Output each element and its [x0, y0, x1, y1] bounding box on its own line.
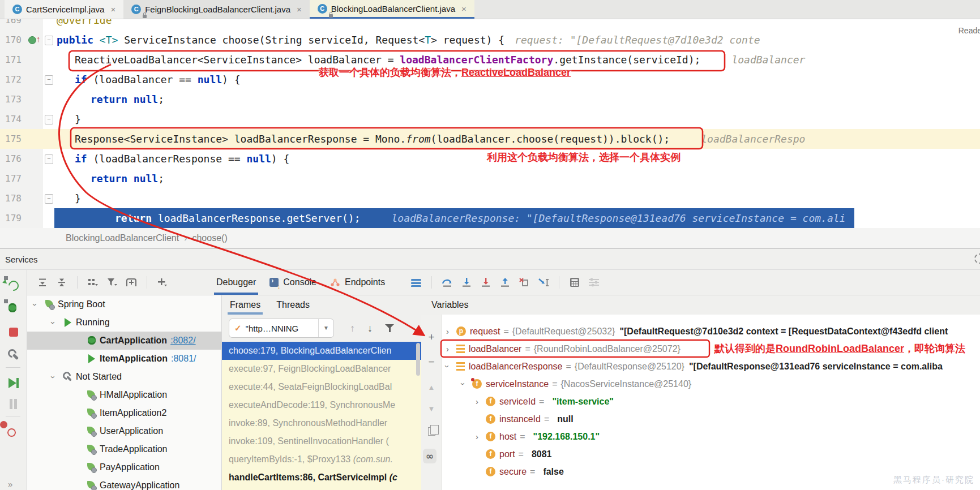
fold-marker[interactable] [43, 30, 54, 50]
drop-frame-button[interactable] [516, 275, 533, 290]
variable-row[interactable]: instanceId = null [421, 410, 980, 428]
gutter-icons[interactable] [26, 208, 43, 228]
chevron-down-icon[interactable]: ▼ [318, 319, 333, 337]
fold-marker[interactable] [43, 129, 54, 149]
fold-marker[interactable] [43, 109, 54, 129]
code-line[interactable]: 173 return null; [0, 89, 980, 109]
gutter-icons[interactable] [26, 109, 43, 129]
previous-frame-button[interactable]: ↑ [350, 323, 355, 334]
tree-row[interactable]: UserApplication [27, 422, 221, 440]
chevron-down-icon[interactable] [32, 300, 44, 310]
frames-list[interactable]: choose:179, BlockingLoadBalancerClien ex… [222, 342, 421, 490]
gutter-icons[interactable] [26, 30, 43, 50]
editor-tab[interactable]: C CartServiceImpl.java × [5, 0, 123, 19]
port-link[interactable]: :8081/ [171, 354, 196, 364]
move-watch-down-button[interactable]: ▼ [425, 402, 438, 415]
add-watch-button[interactable]: + [425, 330, 438, 344]
variable-row[interactable]: host = "192.168.150.1" [421, 428, 980, 445]
stack-frame-row[interactable]: executeAndDecode:119, SynchronousMe [222, 396, 421, 414]
chevron-icon[interactable] [444, 326, 456, 336]
group-by-button[interactable] [84, 275, 101, 290]
stack-frame-row[interactable]: handleCartItems:86, CartServiceImpl (c [222, 468, 421, 487]
variable-row[interactable]: serviceInstance = {NacosServiceInstance@… [421, 375, 980, 393]
fold-marker[interactable] [43, 149, 54, 169]
variable-row[interactable]: request = {DefaultRequest@25032} "[Defau… [421, 323, 980, 340]
chevron-icon[interactable] [473, 397, 486, 406]
code-line[interactable]: 169 @Override [0, 19, 980, 30]
collapse-all-button[interactable] [53, 275, 70, 290]
fold-marker[interactable] [43, 19, 54, 30]
variable-row[interactable]: serviceId = "item-service" [421, 393, 980, 410]
fold-marker[interactable] [43, 70, 54, 89]
tree-row[interactable]: GatewayApplication [27, 476, 221, 490]
services-tree[interactable]: Spring Boot Running CartApplication :808… [27, 295, 222, 490]
close-icon[interactable]: × [461, 4, 467, 14]
gear-icon[interactable] [974, 253, 980, 264]
tree-row[interactable]: ItemApplication2 [27, 404, 221, 422]
gutter-icons[interactable] [26, 89, 43, 109]
more-chevron-icon[interactable]: » [8, 479, 12, 489]
run-to-cursor-button[interactable] [535, 275, 552, 290]
step-into-button[interactable] [458, 275, 475, 290]
tree-row[interactable]: Spring Boot [27, 295, 221, 313]
tree-row[interactable]: HMallApplication [27, 386, 221, 404]
port-link[interactable]: :8082/ [170, 336, 195, 346]
evaluate-expression-button[interactable] [566, 275, 583, 290]
gutter-icons[interactable] [26, 129, 43, 149]
stack-frame-row[interactable]: execute:44, SeataFeignBlockingLoadBal [222, 378, 421, 396]
code-line[interactable]: 174 } [0, 109, 980, 129]
code-line[interactable]: 175 Response<ServiceInstance> loadBalanc… [0, 129, 980, 149]
step-over-button[interactable] [439, 275, 456, 290]
fold-marker[interactable] [43, 50, 54, 70]
add-service-button[interactable] [154, 275, 171, 290]
stack-frame-row[interactable]: queryItemByIds:-1, $Proxy133 (com.sun. [222, 450, 421, 468]
remove-watch-button[interactable]: − [425, 355, 438, 369]
breadcrumb-class[interactable]: BlockingLoadBalancerClient [66, 233, 179, 243]
stack-frame-row[interactable]: execute:97, FeignBlockingLoadBalancer [222, 360, 421, 378]
services-panel-header[interactable]: Services [0, 248, 980, 270]
expand-all-button[interactable] [34, 275, 51, 290]
force-step-into-button[interactable] [477, 275, 494, 290]
move-watch-up-button[interactable]: ▲ [425, 380, 438, 394]
reader-mode-label[interactable]: Reade [958, 26, 980, 35]
code-line[interactable]: 178 } [0, 188, 980, 208]
gutter-icons[interactable] [26, 19, 43, 30]
tree-row[interactable]: PayApplication [27, 458, 221, 476]
variable-row[interactable]: loadBalancerResponse = {DefaultResponse@… [421, 358, 980, 375]
close-icon[interactable]: × [297, 5, 302, 14]
filter-button[interactable] [104, 275, 121, 290]
gutter-icons[interactable] [26, 70, 43, 89]
chevron-icon[interactable] [460, 379, 472, 389]
chevron-down-icon[interactable] [50, 318, 62, 328]
fold-marker[interactable] [43, 89, 54, 109]
fold-marker[interactable] [43, 169, 54, 188]
tool-tab[interactable]: Endpoints [323, 270, 392, 295]
tool-tab[interactable]: Debugger [209, 270, 263, 295]
hide-frames-filter-button[interactable] [385, 324, 394, 332]
chevron-icon[interactable] [444, 344, 456, 354]
scrollbar-thumb[interactable] [416, 343, 420, 376]
gutter-icons[interactable] [26, 188, 43, 208]
gutter-icons[interactable] [26, 50, 43, 70]
variables-list[interactable]: request = {DefaultRequest@25032} "[Defau… [421, 315, 980, 480]
next-frame-button[interactable]: ↓ [367, 323, 373, 334]
stop-button[interactable] [9, 328, 18, 337]
frames-tab[interactable]: Frames [222, 295, 268, 315]
code-line[interactable]: 170 public <T> ServiceInstance choose(St… [0, 30, 980, 50]
tree-row[interactable]: CartApplication :8082/ [27, 332, 221, 350]
frames-tab[interactable]: Threads [268, 295, 318, 315]
gutter-icons[interactable] [26, 169, 43, 188]
thread-dropdown[interactable]: ✓ "http…NNING ▼ [229, 319, 334, 338]
variable-row[interactable]: port = 8081 [421, 445, 980, 463]
code-line[interactable]: 177 return null; [0, 169, 980, 188]
chevron-down-icon[interactable] [50, 372, 62, 382]
editor-tab[interactable]: C BlockingLoadBalancerClient.java × [310, 0, 474, 19]
gutter-icons[interactable] [26, 149, 43, 169]
editor-tab[interactable]: C FeignBlockingLoadBalancerClient.java × [123, 0, 310, 19]
duplicate-watch-button[interactable] [425, 424, 438, 438]
tree-row[interactable]: Not Started [27, 368, 221, 386]
chevron-icon[interactable] [444, 362, 456, 371]
tool-tab[interactable]: Console [263, 270, 323, 295]
tree-row[interactable]: Running [27, 313, 221, 332]
tree-row[interactable]: ItemApplication :8081/ [27, 350, 221, 368]
